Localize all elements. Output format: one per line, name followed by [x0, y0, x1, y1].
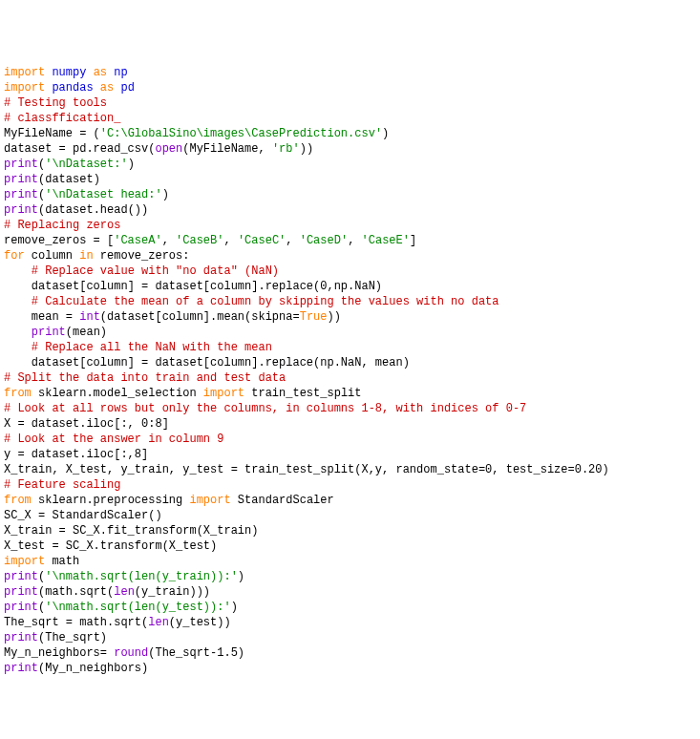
code-text: X = dataset.iloc[:, 0:8]: [4, 417, 169, 431]
code-text: (dataset[column].mean(skipna=: [100, 310, 300, 324]
string-literal: '\nmath.sqrt(len(y_train)):': [45, 570, 238, 583]
code-line: dataset[column] = dataset[column].replac…: [4, 355, 696, 370]
code-line: mean = int(dataset[column].mean(skipna=T…: [4, 309, 696, 325]
builtin-fn: print: [4, 173, 38, 186]
module-name: numpy: [52, 66, 86, 79]
string-literal: 'CaseB': [176, 234, 223, 247]
builtin-fn: print: [4, 203, 38, 217]
code-line: print(The_sqrt): [4, 630, 696, 645]
code-text: train_test_split: [244, 387, 361, 400]
builtin-fn: print: [4, 585, 38, 599]
code-line: import numpy as np: [4, 65, 696, 80]
code-text: (y_test)): [169, 616, 231, 629]
code-text: MyFileName = (: [4, 127, 100, 140]
builtin-fn: print: [4, 158, 38, 171]
string-literal: '\nmath.sqrt(len(y_test)):': [45, 601, 230, 614]
code-line: # Look at all rows but only the columns,…: [4, 401, 696, 416]
code-text: (dataset): [38, 173, 100, 186]
code-line: print(mean): [4, 325, 696, 340]
comment: # Replace value with "no data" (NaN): [32, 264, 279, 278]
code-line: X = dataset.iloc[:, 0:8]: [4, 416, 696, 432]
code-text: (The_sqrt): [38, 631, 107, 644]
builtin-fn: print: [4, 662, 38, 675]
code-text: (MyFileName,: [182, 142, 272, 156]
code-text: remove_zeros:: [94, 249, 190, 263]
code-text: X_test = SC_X.transform(X_test): [4, 539, 217, 553]
code-line: print(math.sqrt(len(y_train))): [4, 584, 696, 600]
code-line: # Testing tools: [4, 95, 696, 111]
comment: # Look at the answer in column 9: [4, 433, 223, 446]
code-line: print(dataset): [4, 172, 696, 187]
indent: [4, 264, 32, 278]
builtin-fn: print: [4, 631, 38, 644]
code-line: for column in remove_zeros:: [4, 248, 696, 264]
code-text: (The_sqrt-1.5): [148, 646, 244, 660]
code-text: (dataset.head()): [38, 203, 148, 217]
code-text: StandardScaler: [231, 494, 334, 507]
code-text: ,: [223, 234, 237, 247]
code-text: )): [328, 310, 341, 324]
comment: # Split the data into train and test dat…: [4, 371, 286, 385]
code-text: (math.sqrt(: [38, 585, 114, 599]
builtin-fn: round: [114, 646, 148, 660]
code-line: print('\nmath.sqrt(len(y_test)):'): [4, 600, 696, 615]
code-text: My_n_neighbors=: [4, 646, 114, 660]
keyword-in: in: [79, 249, 93, 263]
code-line: X_train = SC_X.fit_transform(X_train): [4, 523, 696, 538]
code-line: MyFileName = ('C:\GlobalSino\images\Case…: [4, 126, 696, 141]
string-literal: '\nDataset:': [45, 158, 127, 171]
code-text: y = dataset.iloc[:,8]: [4, 448, 148, 461]
code-text: X_train, X_test, y_train, y_test = train…: [4, 463, 609, 476]
code-line: from sklearn.preprocessing import Standa…: [4, 493, 696, 508]
code-text: mean =: [32, 310, 79, 324]
code-line: X_test = SC_X.transform(X_test): [4, 538, 696, 554]
code-text: (My_n_neighbors): [38, 662, 148, 675]
code-line: print('\nmath.sqrt(len(y_train)):'): [4, 569, 696, 584]
code-text: ): [128, 158, 135, 171]
code-line: dataset = pd.read_csv(open(MyFileName, '…: [4, 141, 696, 157]
code-text: dataset = pd.read_csv(: [4, 142, 155, 156]
code-line: import math: [4, 554, 696, 569]
code-text: The_sqrt = math.sqrt(: [4, 616, 148, 629]
comment: # Replacing zeros: [4, 219, 120, 232]
code-text: sklearn.preprocessing: [32, 494, 190, 507]
code-line: print('\nDataset head:'): [4, 187, 696, 202]
builtin-fn: len: [148, 616, 169, 629]
code-line: My_n_neighbors= round(The_sqrt-1.5): [4, 645, 696, 661]
builtin-fn: print: [4, 601, 38, 614]
code-text: remove_zeros = [: [4, 234, 114, 247]
code-line: SC_X = StandardScaler(): [4, 508, 696, 523]
keyword-from: from: [4, 387, 32, 400]
comment: # Look at all rows but only the columns,…: [4, 402, 526, 415]
code-line: The_sqrt = math.sqrt(len(y_test)): [4, 615, 696, 630]
code-text: )): [300, 142, 313, 156]
string-literal: 'CaseD': [300, 234, 348, 247]
string-literal: '\nDataset head:': [45, 188, 161, 201]
keyword-import: import: [4, 66, 45, 79]
code-text: ]: [410, 234, 416, 247]
builtin-fn: int: [79, 310, 100, 324]
comment: # Testing tools: [4, 96, 107, 110]
builtin-fn: print: [4, 188, 38, 201]
code-text: SC_X = StandardScaler(): [4, 509, 162, 522]
builtin-fn: open: [155, 142, 182, 156]
code-text: dataset[column] = dataset[column].replac…: [32, 280, 382, 293]
keyword-import: import: [189, 494, 230, 507]
code-text: X_train = SC_X.fit_transform(X_train): [4, 524, 258, 538]
code-line: remove_zeros = ['CaseA', 'CaseB', 'CaseC…: [4, 233, 696, 248]
keyword-as: as: [100, 81, 114, 95]
code-line: print('\nDataset:'): [4, 157, 696, 172]
alias-name: pd: [120, 81, 134, 95]
comment: # Calculate the mean of a column by skip…: [32, 295, 499, 308]
code-line: dataset[column] = dataset[column].replac…: [4, 279, 696, 294]
code-line: print(dataset.head()): [4, 202, 696, 218]
indent: [4, 310, 32, 324]
string-literal: 'CaseC': [238, 234, 286, 247]
code-text: (y_train))): [135, 585, 210, 599]
builtin-fn: len: [114, 585, 135, 599]
code-text: (mean): [66, 326, 107, 339]
code-text: column: [25, 249, 80, 263]
builtin-fn: print: [32, 326, 66, 339]
comment: # Feature scaling: [4, 478, 120, 492]
code-line: import pandas as pd: [4, 80, 696, 95]
